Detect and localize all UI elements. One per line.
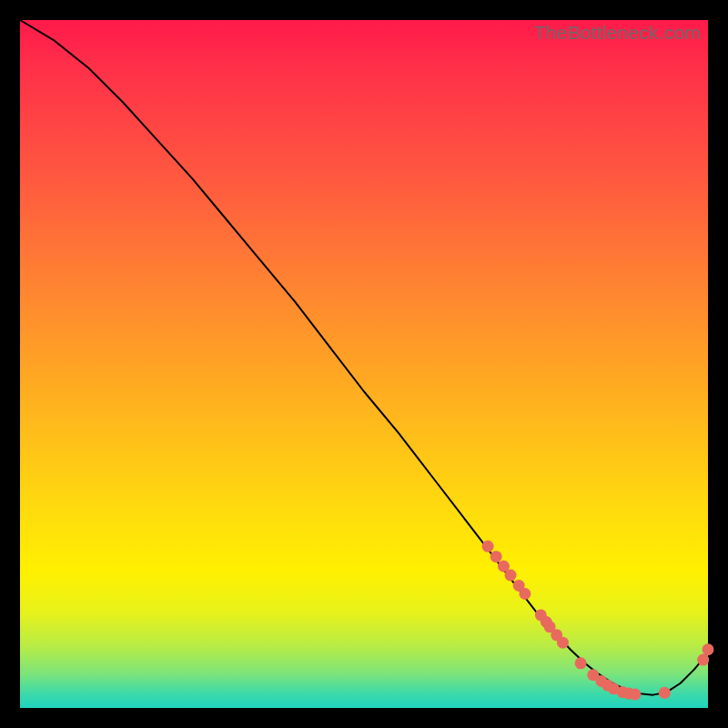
chart-frame: TheBottleneck.com [0,0,728,728]
bottleneck-curve [20,20,708,695]
curve-marker [557,637,569,649]
curve-marker [519,588,531,600]
curve-marker [697,654,709,666]
curve-marker [490,551,502,562]
plot-area: TheBottleneck.com [20,20,708,708]
curve-marker [575,657,587,669]
curve-marker [505,570,517,581]
curve-marker [703,643,714,655]
curve-marker [482,541,494,552]
chart-svg [20,20,708,708]
curve-marker [659,687,671,699]
curve-marker [629,688,641,700]
curve-markers-group [482,541,714,701]
